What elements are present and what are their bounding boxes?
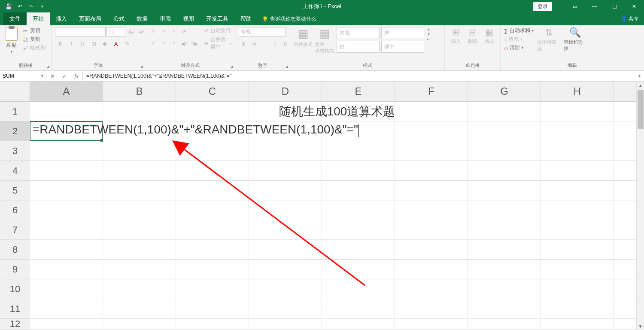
tab-layout[interactable]: 页面布局 bbox=[73, 12, 107, 25]
col-header-A[interactable]: A bbox=[30, 82, 103, 101]
underline-button[interactable]: U bbox=[77, 39, 88, 48]
cell-G1[interactable] bbox=[468, 102, 541, 121]
ribbon-options-button[interactable]: ▭ bbox=[565, 0, 585, 13]
cell-A2[interactable]: =RANDBETWEEN(1,100)&"+"&RANDBETWEEN(1,10… bbox=[30, 121, 103, 141]
align-top-button[interactable]: ≡ bbox=[149, 27, 158, 36]
autosum-button[interactable]: ∑自动求和 ▾ bbox=[504, 27, 534, 34]
grow-font-button[interactable]: A▴ bbox=[126, 27, 136, 36]
style-good[interactable]: 好 bbox=[337, 41, 380, 53]
cell-H1[interactable] bbox=[541, 102, 614, 121]
font-size-combo[interactable]: 11 bbox=[106, 27, 125, 36]
format-cells-button[interactable]: ▦格式 bbox=[482, 27, 497, 45]
scroll-up-button[interactable]: ▲ bbox=[637, 82, 644, 89]
col-header-C[interactable]: C bbox=[176, 82, 249, 101]
border-button[interactable]: ⊞ bbox=[88, 39, 99, 48]
row-header-6[interactable]: 6 bbox=[0, 200, 30, 220]
maximize-button[interactable]: ▢ bbox=[605, 0, 624, 13]
col-header-B[interactable]: B bbox=[103, 82, 176, 101]
italic-button[interactable]: I bbox=[66, 39, 76, 48]
dialog-launcher-icon[interactable]: ◢ bbox=[230, 64, 233, 69]
row-header-5[interactable]: 5 bbox=[0, 181, 30, 200]
row-header-12[interactable]: 12 bbox=[0, 319, 30, 330]
orientation-button[interactable]: ⟳ bbox=[179, 27, 189, 36]
row-header-1[interactable]: 1 bbox=[0, 102, 30, 121]
cell-B1[interactable] bbox=[103, 102, 176, 121]
row-header-3[interactable]: 3 bbox=[0, 141, 30, 161]
align-left-button[interactable]: ≡ bbox=[149, 39, 158, 48]
align-bottom-button[interactable]: ≡ bbox=[169, 27, 179, 36]
cell-D1[interactable] bbox=[249, 102, 322, 121]
scroll-down-button[interactable]: ▼ bbox=[637, 322, 644, 330]
row-header-11[interactable]: 11 bbox=[0, 299, 30, 319]
scroll-thumb[interactable] bbox=[638, 90, 644, 129]
font-name-combo[interactable] bbox=[55, 27, 106, 36]
formula-input[interactable]: =RANDBETWEEN(1,100)&"+"&RANDBETWEEN(1,10… bbox=[83, 71, 635, 81]
bold-button[interactable]: B bbox=[55, 39, 65, 48]
cancel-formula-button[interactable]: ✕ bbox=[46, 73, 58, 79]
clear-button[interactable]: ◇清除 ▾ bbox=[504, 44, 534, 51]
cell-A1[interactable] bbox=[30, 102, 103, 121]
close-button[interactable]: ✕ bbox=[624, 0, 644, 13]
indent-increase-button[interactable]: ≡▶ bbox=[190, 39, 199, 48]
align-right-button[interactable]: ≡ bbox=[169, 39, 179, 48]
styles-scroll-down-icon[interactable]: ▼ bbox=[427, 32, 431, 36]
minimize-button[interactable]: — bbox=[585, 0, 605, 13]
tab-view[interactable]: 视图 bbox=[177, 12, 200, 25]
font-color-button[interactable]: A bbox=[111, 39, 121, 48]
row-header-2[interactable]: 2 bbox=[0, 121, 30, 141]
align-middle-button[interactable]: ≡ bbox=[159, 27, 168, 36]
qat-more-button[interactable]: ▾ bbox=[38, 2, 46, 11]
merge-center-button[interactable]: ⬌合并后居中 ▾ bbox=[204, 36, 231, 51]
style-neutral[interactable]: 适中 bbox=[381, 41, 424, 53]
cell-F2[interactable] bbox=[395, 121, 468, 141]
row-header-4[interactable]: 4 bbox=[0, 161, 30, 181]
cut-button[interactable]: ✂剪切 bbox=[22, 27, 46, 34]
delete-cells-button[interactable]: ⊟删除 bbox=[465, 27, 480, 45]
col-header-E[interactable]: E bbox=[322, 82, 395, 101]
styles-more-icon[interactable]: ▾ bbox=[427, 37, 431, 42]
tab-dev[interactable]: 开发工具 bbox=[200, 12, 234, 25]
expand-formula-bar-button[interactable]: ▼ bbox=[635, 71, 644, 81]
name-box[interactable]: SUM ▼ bbox=[0, 71, 46, 81]
col-header-D[interactable]: D bbox=[249, 82, 322, 101]
decrease-decimal-button[interactable]: .0 bbox=[280, 39, 289, 48]
tell-me-input[interactable]: 💡 告诉我你想要做什么 bbox=[258, 13, 321, 25]
align-center-button[interactable]: ≡ bbox=[159, 39, 168, 48]
share-button[interactable]: 👤 共享 bbox=[621, 15, 639, 23]
select-all-corner[interactable] bbox=[0, 82, 30, 102]
row-header-9[interactable]: 9 bbox=[0, 260, 30, 279]
enter-formula-button[interactable]: ✓ bbox=[58, 73, 70, 79]
tab-home[interactable]: 开始 bbox=[27, 12, 50, 25]
tab-formulas[interactable]: 公式 bbox=[107, 12, 131, 25]
shrink-font-button[interactable]: A▾ bbox=[137, 27, 146, 36]
tab-review[interactable]: 审阅 bbox=[154, 12, 177, 25]
tab-insert[interactable]: 插入 bbox=[50, 12, 73, 25]
row-header-10[interactable]: 10 bbox=[0, 279, 30, 299]
cell-C1[interactable] bbox=[176, 102, 249, 121]
copy-button[interactable]: ⿻复制 bbox=[22, 36, 46, 43]
style-normal[interactable]: 常规 bbox=[337, 27, 380, 39]
undo-button[interactable]: ↶ bbox=[15, 2, 24, 11]
find-select-button[interactable]: 🔍查找和选择 bbox=[564, 27, 587, 52]
wrap-text-button[interactable]: ↵自动换行 bbox=[204, 27, 231, 34]
insert-cells-button[interactable]: ⊞插入 bbox=[448, 27, 463, 45]
dialog-launcher-icon[interactable]: ◢ bbox=[285, 64, 288, 69]
sort-filter-button[interactable]: ⇅排序和筛选 bbox=[537, 27, 560, 52]
dialog-launcher-icon[interactable]: ◢ bbox=[140, 64, 143, 69]
cell-G2[interactable] bbox=[468, 121, 541, 141]
increase-decimal-button[interactable]: .0 bbox=[270, 39, 279, 48]
number-format-combo[interactable]: 常规 bbox=[239, 27, 286, 36]
currency-button[interactable]: $ bbox=[239, 39, 248, 48]
styles-scroll-up-icon[interactable]: ▲ bbox=[427, 27, 431, 31]
vertical-scrollbar[interactable]: ▲ ▼ bbox=[636, 82, 644, 330]
tab-help[interactable]: 帮助 bbox=[234, 12, 258, 25]
col-header-G[interactable]: G bbox=[468, 82, 541, 101]
chevron-down-icon[interactable]: ▼ bbox=[40, 74, 44, 78]
dialog-launcher-icon[interactable]: ◢ bbox=[46, 64, 49, 69]
phonetic-button[interactable]: ✎ bbox=[122, 39, 132, 48]
cell-H2[interactable] bbox=[541, 121, 614, 141]
col-header-F[interactable]: F bbox=[395, 82, 468, 101]
cell-F1[interactable] bbox=[395, 102, 468, 121]
paste-button[interactable]: 粘贴 ▾ bbox=[3, 27, 20, 54]
indent-decrease-button[interactable]: ◀≡ bbox=[179, 39, 189, 48]
